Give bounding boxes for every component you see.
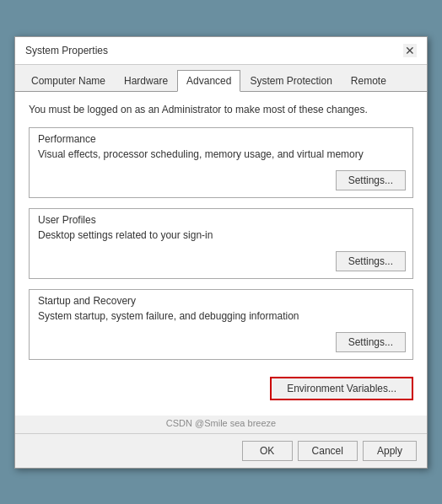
close-button[interactable]: ✕ (403, 44, 417, 57)
system-properties-window: System Properties ✕ Computer Name Hardwa… (14, 36, 428, 469)
performance-label: Performance (30, 128, 412, 147)
admin-notice: You must be logged on as an Administrato… (29, 104, 413, 115)
startup-recovery-section: Startup and Recovery System startup, sys… (29, 289, 413, 360)
title-bar: System Properties ✕ (15, 37, 427, 65)
window-title: System Properties (25, 45, 108, 56)
performance-settings-button[interactable]: Settings... (336, 170, 406, 190)
tab-computer-name[interactable]: Computer Name (22, 70, 115, 91)
startup-recovery-desc: System startup, system failure, and debu… (30, 308, 412, 329)
user-profiles-label: User Profiles (30, 209, 412, 228)
tab-remote[interactable]: Remote (342, 70, 396, 91)
performance-section: Performance Visual effects, processor sc… (29, 127, 413, 198)
tab-hardware[interactable]: Hardware (115, 70, 177, 91)
tab-advanced[interactable]: Advanced (177, 70, 240, 92)
tab-system-protection[interactable]: System Protection (240, 70, 341, 91)
tabs-bar: Computer Name Hardware Advanced System P… (15, 65, 427, 92)
user-profiles-settings-button[interactable]: Settings... (336, 251, 406, 271)
user-profiles-desc: Desktop settings related to your sign-in (30, 228, 412, 248)
tab-content: You must be logged on as an Administrato… (15, 92, 427, 416)
ok-button[interactable]: OK (242, 441, 293, 461)
performance-desc: Visual effects, processor scheduling, me… (30, 147, 412, 167)
user-profiles-section: User Profiles Desktop settings related t… (29, 208, 413, 279)
environment-variables-button[interactable]: Environment Variables... (270, 377, 413, 400)
cancel-button[interactable]: Cancel (298, 441, 358, 461)
startup-recovery-settings-button[interactable]: Settings... (336, 332, 406, 352)
apply-button[interactable]: Apply (363, 441, 417, 461)
startup-recovery-label: Startup and Recovery (30, 290, 412, 308)
watermark: CSDN @Smile sea breeze (15, 416, 427, 433)
footer: OK Cancel Apply (15, 433, 427, 468)
